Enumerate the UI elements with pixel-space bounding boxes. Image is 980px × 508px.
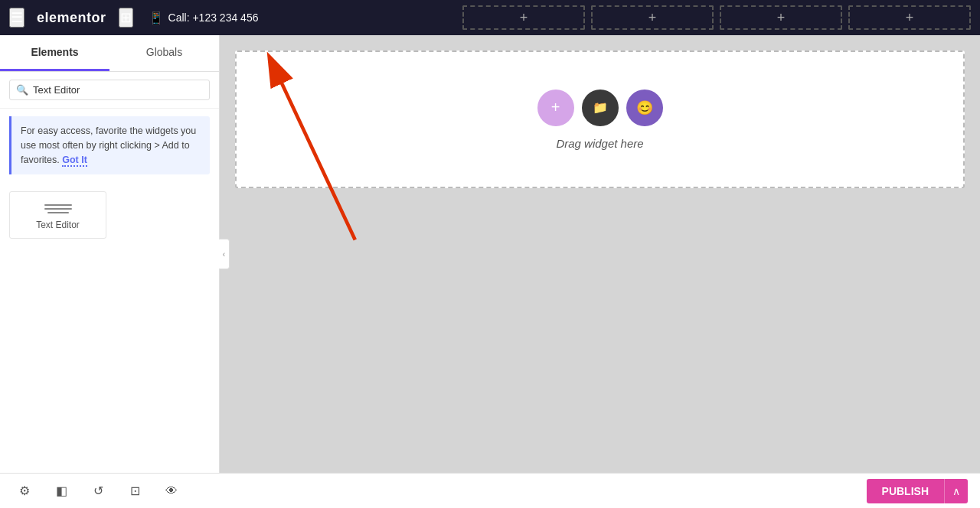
folder-button[interactable]: 📁 (582, 90, 619, 126)
drop-zone-buttons: + 📁 😊 (537, 90, 663, 126)
publish-area: PUBLISH ∧ (867, 479, 968, 503)
widget-label-text-editor: Text Editor (36, 220, 80, 230)
add-widget-button[interactable]: + (537, 90, 574, 126)
tab-globals[interactable]: Globals (109, 35, 219, 71)
toolbar-add-button-3[interactable]: + (720, 5, 842, 30)
toolbar-add-button-2[interactable]: + (591, 5, 714, 30)
elementor-logo: elementor (37, 10, 106, 26)
tab-elements[interactable]: Elements (0, 35, 109, 71)
canvas-content: + 📁 😊 Drag widget here (220, 35, 980, 204)
icon-line-2 (44, 208, 72, 210)
phone-icon: 📱 (149, 11, 164, 25)
toolbar-add-button-1[interactable]: + (462, 5, 585, 30)
publish-button[interactable]: PUBLISH (867, 479, 944, 503)
sidebar: Elements Globals 🔍 For easy access, favo… (0, 35, 220, 473)
settings-button[interactable]: ⚙ (12, 479, 37, 503)
toolbar-buttons: + + + + (258, 5, 971, 30)
grid-view-button[interactable]: ⊞ (119, 8, 133, 28)
search-box: 🔍 (0, 72, 219, 109)
phone-widget: 📱 Call: +123 234 456 (149, 11, 259, 25)
history-button[interactable]: ↺ (86, 479, 110, 503)
text-editor-widget-icon (44, 204, 72, 213)
sidebar-tabs: Elements Globals (0, 35, 219, 72)
top-bar-left: ☰ elementor ⊞ (9, 8, 133, 28)
hamburger-menu-button[interactable]: ☰ (9, 8, 24, 28)
preview-button[interactable]: 👁 (159, 479, 184, 503)
template-button[interactable]: 😊 (626, 90, 663, 126)
tip-banner: For easy access, favorite the widgets yo… (9, 116, 210, 174)
collapse-icon: ‹ (223, 250, 225, 259)
widget-card-text-editor[interactable]: Text Editor (9, 191, 106, 239)
phone-text: Call: +123 234 456 (168, 11, 259, 24)
search-input[interactable] (33, 84, 203, 96)
got-it-link[interactable]: Got It (62, 155, 87, 167)
icon-line-3 (47, 212, 69, 213)
drop-zone-section: + 📁 😊 Drag widget here (235, 50, 965, 188)
drag-label: Drag widget here (556, 137, 643, 150)
toolbar-add-button-4[interactable]: + (848, 5, 971, 30)
sidebar-collapse-handle[interactable]: ‹ (219, 239, 230, 269)
search-input-wrapper: 🔍 (9, 80, 210, 100)
main-layout: Elements Globals 🔍 For easy access, favo… (0, 35, 980, 473)
bottom-bar: ⚙ ◧ ↺ ⊡ 👁 PUBLISH ∧ (0, 473, 980, 508)
top-bar: ☰ elementor ⊞ 📱 Call: +123 234 456 + + +… (0, 0, 980, 35)
icon-line-1 (44, 204, 72, 206)
layers-button[interactable]: ◧ (49, 479, 74, 503)
canvas-area: + 📁 😊 Drag widget here (220, 35, 980, 473)
publish-chevron-button[interactable]: ∧ (944, 479, 968, 503)
search-icon: 🔍 (16, 84, 28, 96)
tip-text: For easy access, favorite the widgets yo… (21, 125, 196, 165)
folder-icon: 📁 (593, 100, 608, 115)
template-icon: 😊 (636, 99, 653, 116)
responsive-button[interactable]: ⊡ (122, 479, 147, 503)
widgets-grid: Text Editor (0, 182, 219, 248)
